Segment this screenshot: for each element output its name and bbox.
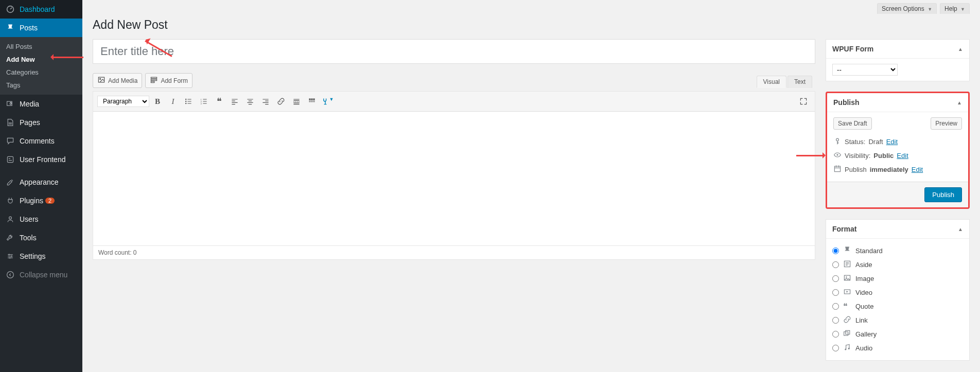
svg-rect-19 [309, 100, 310, 102]
publish-metabox: Publish ▲ Save Draft Preview Status: Dra… [826, 92, 970, 209]
post-title-input[interactable] [93, 39, 815, 64]
italic-button[interactable]: I [166, 95, 180, 108]
sidebar-item-user-frontend[interactable]: User Frontend [0, 150, 82, 169]
blockquote-button[interactable]: ❝ [212, 95, 226, 108]
edit-visibility-link[interactable]: Edit [897, 152, 908, 160]
add-media-button[interactable]: Add Media [93, 73, 142, 88]
posts-submenu: All Posts Add New Categories Tags [0, 37, 82, 95]
format-option-aside[interactable]: Aside [832, 258, 963, 272]
admin-sidebar: Dashboard Posts All Posts Add New Catego… [0, 0, 82, 372]
calendar-icon [833, 165, 842, 174]
svg-point-6 [99, 78, 101, 80]
publish-button[interactable]: Publish [924, 187, 962, 202]
editor-content-area[interactable] [93, 112, 815, 245]
quote-icon: ❝ [843, 302, 851, 311]
preview-button[interactable]: Preview [931, 117, 962, 130]
save-draft-button[interactable]: Save Draft [833, 117, 872, 130]
submenu-tags[interactable]: Tags [0, 79, 82, 92]
sidebar-item-settings[interactable]: Settings [0, 247, 82, 265]
key-icon [833, 137, 842, 147]
sidebar-item-label: Tools [20, 234, 37, 242]
sidebar-item-label: Comments [20, 137, 55, 145]
help-tab[interactable]: Help ▼ [940, 3, 970, 14]
svg-point-22 [836, 154, 838, 155]
sidebar-item-comments[interactable]: Comments [0, 132, 82, 150]
sidebar-item-label: Dashboard [20, 5, 55, 13]
readmore-button[interactable] [289, 95, 304, 108]
visibility-icon [833, 151, 842, 161]
format-metabox: Format ▲ Standard Aside Image Video ❝Quo… [826, 219, 970, 361]
numbered-list-button[interactable]: 123 [197, 95, 211, 108]
align-right-button[interactable] [258, 95, 273, 108]
submenu-all-posts[interactable]: All Posts [0, 40, 82, 53]
edit-date-link[interactable]: Edit [912, 166, 923, 173]
submenu-categories[interactable]: Categories [0, 66, 82, 79]
link-icon [843, 315, 851, 325]
chevron-down-icon: ▼ [960, 7, 965, 12]
editor-toolbar: Paragraph B I 123 ❝ ▼ [93, 92, 815, 112]
format-option-video[interactable]: Video [832, 286, 963, 299]
user-frontend-icon [5, 154, 15, 165]
sidebar-item-label: Media [20, 100, 39, 108]
media-icon [5, 99, 15, 109]
submenu-add-new[interactable]: Add New [0, 53, 82, 66]
sidebar-item-label: Appearance [20, 178, 59, 186]
format-option-quote[interactable]: ❝Quote [832, 299, 963, 313]
bold-button[interactable]: B [150, 95, 165, 108]
sidebar-item-plugins[interactable]: Plugins 2 [0, 191, 82, 210]
sidebar-item-posts[interactable]: Posts [0, 19, 82, 37]
gallery-icon [843, 329, 851, 339]
dashboard-icon [5, 4, 15, 14]
format-dropdown[interactable]: Paragraph [97, 96, 149, 107]
toolbar-toggle-button[interactable] [305, 95, 319, 108]
svg-point-4 [9, 217, 12, 219]
chevron-down-icon: ▼ [927, 7, 932, 12]
sidebar-item-label: Settings [20, 252, 46, 260]
link-button[interactable] [274, 95, 288, 108]
aside-icon [843, 260, 851, 270]
svg-rect-29 [846, 330, 850, 334]
sidebar-item-appearance[interactable]: Appearance [0, 173, 82, 191]
svg-rect-28 [844, 332, 848, 335]
format-option-standard[interactable]: Standard [832, 244, 963, 258]
sidebar-item-tools[interactable]: Tools [0, 228, 82, 247]
collapse-icon [5, 270, 15, 280]
comments-icon [5, 136, 15, 146]
format-option-link[interactable]: Link [832, 313, 963, 327]
svg-rect-18 [313, 98, 314, 100]
screen-options-tab[interactable]: Screen Options ▼ [877, 3, 937, 14]
edit-status-link[interactable]: Edit [886, 138, 898, 146]
bullet-list-button[interactable] [181, 95, 196, 108]
sidebar-item-label: Users [20, 215, 39, 223]
chevron-up-icon: ▲ [958, 226, 963, 232]
appearance-icon [5, 177, 15, 187]
sidebar-item-pages[interactable]: Pages [0, 113, 82, 132]
distraction-free-button[interactable]: ▼ [320, 95, 335, 108]
editor-tab-text[interactable]: Text [787, 76, 812, 88]
wpuf-form-select[interactable]: -- [832, 64, 898, 76]
add-form-button[interactable]: Add Form [145, 73, 192, 88]
svg-point-11 [185, 101, 186, 102]
sidebar-item-users[interactable]: Users [0, 210, 82, 228]
fullscreen-button[interactable] [796, 95, 811, 108]
format-option-audio[interactable]: Audio [832, 341, 963, 355]
image-icon [843, 274, 851, 284]
publish-header[interactable]: Publish ▲ [827, 93, 968, 112]
sidebar-collapse[interactable]: Collapse menu [0, 265, 82, 284]
chevron-up-icon: ▲ [958, 46, 963, 52]
sidebar-item-media[interactable]: Media [0, 95, 82, 113]
chevron-up-icon: ▲ [957, 100, 962, 105]
format-header[interactable]: Format ▲ [826, 220, 969, 239]
form-icon [150, 76, 158, 85]
tools-icon [5, 233, 15, 243]
audio-icon [843, 343, 851, 353]
wpuf-form-header[interactable]: WPUF Form ▲ [826, 40, 969, 59]
sidebar-item-label: Collapse menu [20, 271, 67, 279]
editor-tab-visual[interactable]: Visual [757, 76, 786, 88]
align-left-button[interactable] [227, 95, 242, 108]
format-option-image[interactable]: Image [832, 272, 963, 286]
sidebar-item-dashboard[interactable]: Dashboard [0, 0, 82, 19]
sidebar-item-label: User Frontend [20, 155, 65, 164]
format-option-gallery[interactable]: Gallery [832, 327, 963, 341]
align-center-button[interactable] [243, 95, 257, 108]
